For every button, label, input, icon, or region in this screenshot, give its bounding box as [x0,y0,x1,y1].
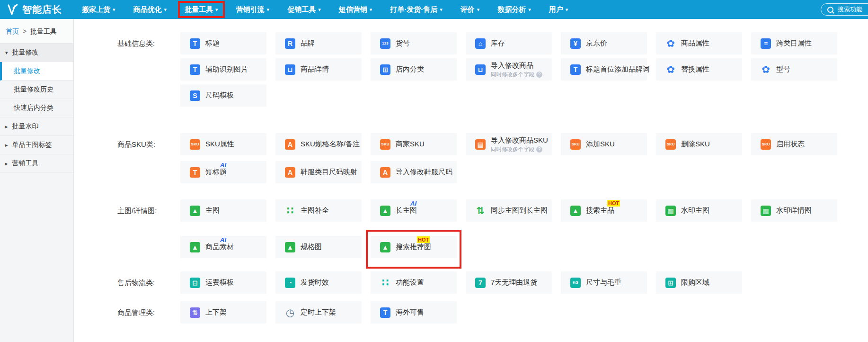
card-long-main-image[interactable]: ▲长主图AI [371,199,457,222]
section-label-product-sku: 商品SKU类: [74,133,180,183]
card-brand[interactable]: R品牌 [275,32,362,54]
card-purchase-limit-area[interactable]: ⊞限购区域 [656,271,742,294]
card-sku-attribute[interactable]: SKUSKU属性 [180,133,266,155]
hot-badge: HOT [607,200,620,207]
card-on-off-shelf[interactable]: ⇅上下架 [180,301,266,324]
in-store-category-icon: ⊞ [380,64,390,75]
aux-recognition-image-icon: T [190,64,200,75]
card-seven-day-no-reason-return[interactable]: 77天无理由退货 [466,271,552,294]
card-label: 跨类目属性 [776,39,812,48]
nav-item-batch-tools[interactable]: 批量工具▾ [179,0,224,19]
nav-item-marketing-traffic[interactable]: 营销引流▾ [230,0,275,19]
card-shoe-category-size-mapping[interactable]: A鞋服类目尺码映射 [275,161,362,183]
product-attribute-icon: ✿ [665,38,676,49]
on-off-shelf-icon: ⇅ [190,307,200,318]
card-label: 运费模板 [205,278,234,287]
card-subtext-label: 同时修改多个字段 [491,71,534,78]
card-label: 导入修改鞋服尺码 [396,168,452,177]
help-icon[interactable]: ? [536,146,542,153]
card-title-add-brand-word[interactable]: T标题首位添加品牌词 [561,58,647,81]
nav-item-data-analysis[interactable]: 数据分析▾ [492,0,537,19]
card-watermark-detail-image[interactable]: ▦水印详情图 [751,199,837,222]
sidebar-group-marketing-tools[interactable]: ▸营销工具 [0,154,73,173]
spec-image-icon: ▲ [285,242,295,252]
sidebar-group-single-main-image-label[interactable]: ▸单品主图标签 [0,136,73,154]
card-size-and-weight[interactable]: KG尺寸与毛重 [561,271,647,294]
card-import-modify-product-sku[interactable]: ▤导入修改商品SKU同时修改多个字段? [466,133,552,155]
card-product-material[interactable]: ▲商品素材AI [180,236,266,258]
card-short-title[interactable]: T短标题AI [180,161,266,183]
breadcrumb-separator: > [23,27,27,35]
nav-item-product-optimize[interactable]: 商品优化▾ [128,0,173,19]
nav-item-user[interactable]: 用户▾ [543,0,574,19]
sidebar-item-batch-modify-history[interactable]: 批量修改历史 [0,81,73,99]
nav-item-label: 批量工具 [185,5,213,14]
search-input[interactable]: 搜索功能 [821,3,868,16]
sidebar-group-batch-watermark[interactable]: ▸批量水印 [0,117,73,136]
section-aftersale-logistics: 售后物流类:⊟运费模板◔发货时效∷功能设置77天无理由退货KG尺寸与毛重⊞限购区… [74,271,868,294]
card-label: 定时上下架 [301,308,336,317]
card-sku-spec-name-note[interactable]: ASKU规格名称/备注 [275,133,362,155]
nav-item-sms-marketing[interactable]: 短信营销▾ [333,0,378,19]
card-title[interactable]: T标题 [180,32,266,54]
brand-logo[interactable]: 智能店长 [7,3,62,16]
help-icon[interactable]: ? [536,72,542,78]
sidebar-group-label: 批量水印 [12,122,39,131]
nav-item-move-goods[interactable]: 搬家上货▾ [76,0,121,19]
main-image-icon: ▲ [190,206,200,216]
card-delivery-time[interactable]: ◔发货时效 [275,271,362,294]
nav-item-label: 用户 [549,5,563,14]
section-product-management: 商品管理类:⇅上下架◷定时上下架T海外可售 [74,301,868,324]
card-search-main-product[interactable]: ▲搜索主品HOT [561,199,647,222]
card-watermark-main-image[interactable]: ▦水印主图 [656,199,742,222]
card-merchant-sku[interactable]: SKU商家SKU [371,133,457,155]
seven-day-no-reason-return-icon: 7 [475,278,486,288]
card-product-attribute[interactable]: ✿商品属性 [656,32,742,54]
sidebar-item-quick-store-category[interactable]: 快速店内分类 [0,99,73,117]
breadcrumb-home-link[interactable]: 首页 [6,27,19,35]
enable-status-icon: SKU [761,139,771,150]
card-function-settings[interactable]: ∷功能设置 [371,271,457,294]
card-item-number[interactable]: 123货号 [371,32,457,54]
replace-attribute-icon: ✿ [665,64,676,75]
card-in-store-category[interactable]: ⊞店内分类 [371,58,457,81]
card-main-image-completion[interactable]: ∷主图补全 [275,199,362,222]
nav-item-promo-tools[interactable]: 促销工具▾ [282,0,327,19]
card-cross-category-attribute[interactable]: ≡跨类目属性 [751,32,837,54]
sidebar-group-batch-modify-group[interactable]: ▾批量修改 [0,44,73,62]
nav-item-label: 搬家上货 [82,5,110,14]
card-label: 尺寸与毛重 [586,278,621,287]
card-import-modify-shoe-size[interactable]: A导入修改鞋服尺码 [371,161,457,183]
card-label: 7天无理由退货 [491,278,537,287]
sidebar-item-batch-modify[interactable]: 批量修改 [0,62,73,81]
watermark-main-image-icon: ▦ [665,206,676,216]
card-model[interactable]: ✿型号 [751,58,837,81]
nav-item-reviews[interactable]: 评价▾ [455,0,486,19]
chevron-down-icon: ▾ [318,7,321,13]
card-label: 商品素材 [205,243,234,252]
card-import-modify-product[interactable]: ⊔导入修改商品同时修改多个字段? [466,58,552,81]
card-overseas-sale[interactable]: T海外可售 [371,301,457,324]
size-template-icon: S [190,90,200,101]
card-main-image[interactable]: ▲主图 [180,199,266,222]
card-spec-image[interactable]: ▲规格图 [275,236,362,258]
card-jd-price[interactable]: ¥京东价 [561,32,647,54]
nav-item-order-ship-aftersale[interactable]: 打单·发货·售后▾ [384,0,448,19]
card-search-recommend-image[interactable]: ▲搜索推荐图HOT [371,236,457,258]
card-scheduled-on-off-shelf[interactable]: ◷定时上下架 [275,301,362,324]
search-recommend-image-icon: ▲ [380,242,390,252]
card-freight-template[interactable]: ⊟运费模板 [180,271,266,294]
card-enable-status[interactable]: SKU启用状态 [751,133,837,155]
card-aux-recognition-image[interactable]: T辅助识别图片 [180,58,266,81]
card-sync-main-to-long-image[interactable]: ⇅同步主图到长主图 [466,199,552,222]
card-replace-attribute[interactable]: ✿替换属性 [656,58,742,81]
card-product-detail[interactable]: ⊔商品详情 [275,58,362,81]
chevron-down-icon: ▾ [528,7,531,13]
card-add-sku[interactable]: SKU添加SKU [561,133,647,155]
card-delete-sku[interactable]: SKU删除SKU [656,133,742,155]
nav-items: 搬家上货▾商品优化▾批量工具▾营销引流▾促销工具▾短信营销▾打单·发货·售后▾评… [76,0,580,19]
card-row: T短标题AIA鞋服类目尺码映射A导入修改鞋服尺码 [180,161,837,183]
card-stock[interactable]: ⌂库存 [466,32,552,54]
stock-icon: ⌂ [475,38,486,49]
card-size-template[interactable]: S尺码模板 [180,84,266,107]
